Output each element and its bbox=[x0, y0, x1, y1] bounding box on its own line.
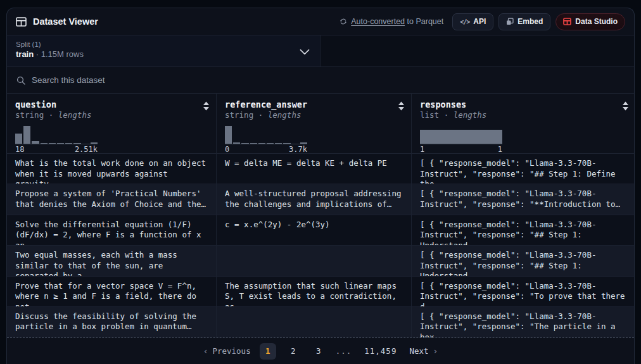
split-separator: · bbox=[36, 49, 39, 59]
column-type: string · lengths bbox=[15, 110, 208, 120]
table-row[interactable]: Discuss the feasibility of solving the p… bbox=[7, 307, 634, 337]
auto-converted-note: Auto-converted to Parquet bbox=[340, 17, 443, 26]
search-input[interactable]: Search this dataset bbox=[32, 75, 105, 85]
histogram-bar bbox=[241, 143, 248, 144]
cell-responses[interactable]: [ { "response_model": "Llama-3.3-70B-Ins… bbox=[411, 246, 635, 275]
cell-reference-answer[interactable] bbox=[216, 307, 411, 337]
column-name: responses bbox=[420, 99, 628, 110]
embed-icon bbox=[506, 18, 514, 25]
histogram-bar bbox=[258, 143, 265, 144]
histogram-bar bbox=[225, 126, 232, 144]
split-selector[interactable]: Split (1) train · 1.15M rows bbox=[7, 35, 320, 66]
cell-question[interactable]: Propose a system of 'Practical Numbers' … bbox=[7, 184, 216, 214]
table-header: question string · lengths 182.51k refere… bbox=[7, 94, 634, 154]
page-title: Dataset Viewer bbox=[33, 16, 98, 27]
page-button-last[interactable]: 11,459 bbox=[360, 343, 400, 360]
dataset-viewer-card: Dataset Viewer Auto-converted to Parquet… bbox=[6, 8, 635, 364]
api-button[interactable]: </> API bbox=[452, 13, 493, 30]
hist-min-label: 18 bbox=[15, 145, 24, 154]
next-button[interactable]: Next › bbox=[409, 346, 438, 356]
histogram-bar bbox=[32, 141, 39, 144]
histogram-bar bbox=[275, 143, 282, 144]
histogram-bar bbox=[15, 134, 22, 144]
split-value: train · 1.15M rows bbox=[16, 49, 311, 59]
column-name: question bbox=[15, 99, 208, 110]
cell-responses[interactable]: [ { "response_model": "Llama-3.3-70B-Ins… bbox=[411, 277, 635, 306]
page-button-2[interactable]: 2 bbox=[285, 343, 301, 360]
cell-reference-answer[interactable]: c = x.e^(2y) - 2e^(3y) bbox=[216, 215, 411, 245]
split-row: Split (1) train · 1.15M rows bbox=[7, 35, 634, 67]
histogram-bar bbox=[233, 142, 240, 144]
cell-reference-answer[interactable] bbox=[216, 246, 411, 275]
table-row[interactable]: What is the total work done on an object… bbox=[7, 154, 634, 184]
length-histogram: 03.7k bbox=[225, 125, 307, 154]
table-row[interactable]: Solve the differential equation (1/F) (d… bbox=[7, 215, 634, 246]
hist-max-label: 1 bbox=[498, 145, 502, 154]
column-header-reference-answer[interactable]: reference_answer string · lengths 03.7k bbox=[216, 94, 411, 153]
split-name: train bbox=[16, 49, 34, 59]
cell-reference-answer[interactable]: The assumption that such linear maps S, … bbox=[216, 277, 411, 306]
hist-min-label: 1 bbox=[420, 145, 424, 154]
code-icon: </> bbox=[460, 18, 469, 25]
page-button-3[interactable]: 3 bbox=[310, 343, 327, 360]
split-label: Split (1) bbox=[16, 41, 311, 48]
table-row[interactable]: Two equal masses, each with a mass simil… bbox=[7, 246, 634, 276]
sort-icon[interactable] bbox=[203, 101, 210, 111]
search-bar[interactable]: Search this dataset bbox=[7, 67, 634, 94]
histogram-bar bbox=[23, 126, 30, 144]
column-header-responses[interactable]: responses list · lengths 11 bbox=[411, 94, 635, 153]
column-type: list · lengths bbox=[420, 110, 628, 120]
hist-max-label: 3.7k bbox=[289, 145, 307, 154]
cell-question[interactable]: What is the total work done on an object… bbox=[7, 154, 216, 184]
chevron-left-icon: ‹ bbox=[203, 346, 208, 356]
previous-button[interactable]: ‹ Previous bbox=[203, 346, 251, 356]
sort-icon[interactable] bbox=[398, 101, 405, 111]
histogram-bar bbox=[250, 143, 257, 144]
split-row-count: 1.15M rows bbox=[41, 49, 84, 59]
data-studio-button[interactable]: Data Studio bbox=[555, 13, 625, 30]
table-grid-icon bbox=[16, 17, 27, 27]
histogram-bar bbox=[65, 143, 72, 144]
histogram-bar bbox=[300, 142, 307, 144]
column-type: string · lengths bbox=[225, 110, 403, 120]
cell-question[interactable]: Prove that for a vector space V = F^n, w… bbox=[7, 277, 216, 306]
cell-question[interactable]: Discuss the feasibility of solving the p… bbox=[7, 307, 216, 337]
table-row[interactable]: Propose a system of 'Practical Numbers' … bbox=[7, 184, 634, 215]
data-studio-grid-icon bbox=[563, 18, 571, 25]
column-name: reference_answer bbox=[225, 99, 403, 110]
header-actions: Auto-converted to Parquet </> API Embed bbox=[340, 13, 625, 30]
embed-button[interactable]: Embed bbox=[498, 13, 550, 30]
histogram-bar bbox=[73, 143, 80, 144]
cell-reference-answer[interactable]: W = delta ME = delta KE + delta PE bbox=[216, 154, 411, 184]
column-header-question[interactable]: question string · lengths 182.51k bbox=[7, 94, 216, 153]
histogram-bar bbox=[420, 130, 502, 144]
hist-min-label: 0 bbox=[225, 145, 229, 154]
cell-responses[interactable]: [ { "response_model": "Llama-3.3-70B-Ins… bbox=[411, 307, 635, 337]
histogram-bar bbox=[283, 143, 290, 144]
table-body: What is the total work done on an object… bbox=[7, 154, 634, 337]
search-icon bbox=[16, 76, 25, 85]
auto-converted-link[interactable]: Auto-converted bbox=[351, 17, 405, 26]
viewer-header: Dataset Viewer Auto-converted to Parquet… bbox=[7, 8, 634, 35]
histogram-bar bbox=[49, 143, 56, 144]
histogram-bar bbox=[91, 142, 98, 144]
pagination: ‹ Previous 1 2 3 ... 11,459 Next › bbox=[7, 337, 634, 364]
cell-responses[interactable]: [ { "response_model": "Llama-3.3-70B-Ins… bbox=[411, 154, 635, 184]
chevron-down-icon bbox=[300, 49, 310, 54]
chevron-right-icon: › bbox=[433, 346, 438, 356]
page-button-1[interactable]: 1 bbox=[260, 343, 276, 360]
cell-question[interactable]: Solve the differential equation (1/F) (d… bbox=[7, 215, 216, 245]
length-histogram: 11 bbox=[420, 125, 502, 154]
sort-icon[interactable] bbox=[622, 101, 629, 111]
cell-responses[interactable]: [ { "response_model": "Llama-3.3-70B-Ins… bbox=[411, 184, 635, 214]
split-row-spacer bbox=[320, 35, 634, 66]
cell-question[interactable]: Two equal masses, each with a mass simil… bbox=[7, 246, 216, 275]
length-histogram: 182.51k bbox=[15, 125, 98, 154]
histogram-bar bbox=[57, 143, 64, 144]
histogram-bar bbox=[41, 143, 48, 144]
cell-responses[interactable]: [ { "response_model": "Llama-3.3-70B-Ins… bbox=[411, 215, 635, 245]
table-row[interactable]: Prove that for a vector space V = F^n, w… bbox=[7, 277, 634, 307]
hist-max-label: 2.51k bbox=[75, 145, 98, 154]
cell-reference-answer[interactable]: A well-structured proposal addressing th… bbox=[216, 184, 411, 214]
histogram-bar bbox=[267, 143, 274, 144]
